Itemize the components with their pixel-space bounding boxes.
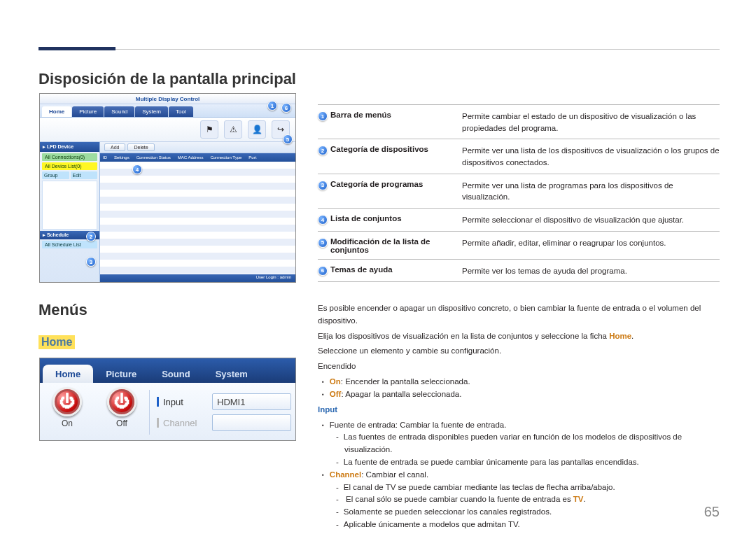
mdc-tab-home[interactable]: Home bbox=[42, 106, 71, 117]
power-off-col: ⏻ Off bbox=[94, 383, 149, 441]
page-number: 65 bbox=[704, 504, 720, 520]
num-3: 3 bbox=[318, 181, 328, 190]
term-3: Categoría de programas bbox=[330, 180, 462, 188]
desc-5: Permite añadir, editar, eliminar o reagr… bbox=[462, 237, 720, 249]
mdc-grid: 4 bbox=[100, 162, 295, 274]
delete-button[interactable]: Delete bbox=[127, 143, 154, 151]
callout-4: 4 bbox=[132, 164, 142, 174]
ch-d1: El canal de TV se puede cambiar mediante… bbox=[344, 482, 720, 494]
def-row-2: 2 Categoría de dispositivos Permite ver … bbox=[318, 139, 720, 174]
desc-3: Permite ver una lista de programas para … bbox=[462, 180, 720, 203]
mdc-window-title: Multiple Display Control bbox=[40, 94, 295, 104]
def-row-5: 5 Modificación de la lista de conjuntos … bbox=[318, 232, 720, 260]
input-list: Fuente de entrada: Cambiar la fuente de … bbox=[332, 419, 720, 432]
home-panel: Home Picture Sound System ⏻ On ⏻ Off Inp… bbox=[39, 358, 296, 441]
side-lfd-header[interactable]: ▸ LFD Device bbox=[40, 142, 99, 152]
add-button[interactable]: Add bbox=[104, 143, 125, 151]
label-channel: Channel bbox=[163, 418, 212, 428]
fault-device-alert-icon[interactable]: ⚠ bbox=[224, 120, 242, 139]
li-channel: Channel: Cambiar el canal. bbox=[332, 469, 720, 482]
home-tab-system[interactable]: System bbox=[203, 365, 260, 383]
side-all-connections[interactable]: All Connections(0) bbox=[42, 153, 97, 161]
side-group-edit: Group Edit bbox=[42, 171, 97, 179]
heading-menus: Menús bbox=[38, 301, 88, 319]
channel-select[interactable] bbox=[212, 414, 291, 431]
mdc-button-row: Add Delete bbox=[100, 142, 295, 153]
def-row-3: 3 Categoría de programas Permite ver una… bbox=[318, 174, 720, 209]
input-select[interactable]: HDMI1 bbox=[212, 393, 291, 410]
mdc-tab-tool[interactable]: Tool bbox=[169, 106, 193, 117]
mdc-toolbar: ⚑ ⚠ 👤 ↪ 5 bbox=[40, 118, 295, 142]
fault-device-icon[interactable]: ⚑ bbox=[200, 120, 218, 139]
home-tab-sound[interactable]: Sound bbox=[149, 365, 202, 383]
side-all-schedule[interactable]: All Schedule List bbox=[42, 241, 97, 248]
desc-6: Permite ver los temas de ayuda del progr… bbox=[462, 265, 720, 277]
channel-list: Channel: Cambiar el canal. bbox=[332, 469, 720, 482]
def-row-6: 6 Temas de ayuda Permite ver los temas d… bbox=[318, 260, 720, 283]
mdc-window: Multiple Display Control Home Picture So… bbox=[39, 93, 296, 283]
input-header: Input bbox=[318, 404, 720, 416]
mdc-tab-sound[interactable]: Sound bbox=[104, 106, 134, 117]
row-channel: Channel bbox=[157, 412, 291, 433]
fuente-d2: La fuente de entrada se puede cambiar ún… bbox=[344, 456, 720, 469]
num-6: 6 bbox=[318, 266, 328, 276]
def-row-1: 1 Barra de menús Permite cambiar el esta… bbox=[318, 104, 720, 139]
side-all-device-list[interactable]: All Device List(0) bbox=[42, 162, 97, 170]
callout-1: 1 bbox=[267, 101, 277, 111]
on-off-list: On: Encender la pantalla seleccionada. O… bbox=[332, 376, 720, 401]
mdc-sidebar: ▸ LFD Device All Connections(0) All Devi… bbox=[40, 142, 100, 282]
power-off-label: Off bbox=[116, 419, 127, 428]
heading-main-layout: Disposición de la pantalla principal bbox=[38, 70, 296, 88]
term-2: Categoría de dispositivos bbox=[330, 145, 462, 153]
power-on-col: ⏻ On bbox=[40, 383, 94, 441]
power-on-button[interactable]: ⏻ bbox=[52, 387, 82, 416]
side-edit[interactable]: Edit bbox=[71, 171, 98, 179]
term-4: Lista de conjuntos bbox=[330, 214, 462, 223]
num-4: 4 bbox=[318, 215, 328, 225]
callout-6: 6 bbox=[281, 103, 291, 113]
side-group[interactable]: Group bbox=[42, 171, 69, 179]
num-2: 2 bbox=[318, 146, 328, 155]
callout-5: 5 bbox=[283, 134, 293, 144]
term-1: Barra de menús bbox=[330, 111, 462, 119]
channel-notes: El canal de TV se puede cambiar mediante… bbox=[344, 482, 720, 531]
ch-d3: Solamente se pueden seleccionar los cana… bbox=[344, 506, 720, 519]
mdc-main: Add Delete IDSettings Connection StatusM… bbox=[100, 142, 295, 282]
desc-1: Permite cambiar el estado de un disposit… bbox=[462, 111, 720, 134]
right-text-block: Es posible encender o apagar un disposit… bbox=[318, 302, 720, 531]
home-tab-home[interactable]: Home bbox=[43, 365, 93, 383]
user-settings-icon[interactable]: 👤 bbox=[248, 120, 266, 139]
ch-d4: Aplicable únicamente a modelos que admit… bbox=[344, 519, 720, 531]
side-blank-area bbox=[42, 181, 97, 230]
mdc-tab-picture[interactable]: Picture bbox=[72, 106, 104, 117]
desc-4: Permite seleccionar el dispositivo de vi… bbox=[462, 214, 720, 226]
p3: Seleccione un elemento y cambie su confi… bbox=[318, 345, 720, 358]
label-input: Input bbox=[163, 397, 212, 407]
li-fuente: Fuente de entrada: Cambiar la fuente de … bbox=[332, 419, 720, 432]
term-6: Temas de ayuda bbox=[330, 265, 462, 274]
definition-table: 1 Barra de menús Permite cambiar el esta… bbox=[318, 104, 720, 282]
fuente-notes: Las fuentes de entrada disponibles puede… bbox=[344, 431, 720, 468]
fields: Input HDMI1 Channel bbox=[150, 383, 295, 441]
mdc-tab-system[interactable]: System bbox=[135, 106, 168, 117]
li-on: On: Encender la pantalla seleccionada. bbox=[332, 376, 720, 388]
heading-home-highlight: Home bbox=[38, 335, 75, 349]
page-top-rule bbox=[38, 49, 720, 50]
num-1: 1 bbox=[318, 111, 328, 121]
mdc-grid-header: IDSettings Connection StatusMAC Address … bbox=[100, 153, 295, 162]
p2: Elija los dispositivos de visualización … bbox=[318, 330, 720, 343]
def-row-4: 4 Lista de conjuntos Permite seleccionar… bbox=[318, 209, 720, 232]
desc-2: Permite ver una lista de los dispositivo… bbox=[462, 145, 720, 168]
home-tabs: Home Picture Sound System bbox=[40, 358, 295, 383]
mdc-status-bar: User Login : admin bbox=[100, 274, 295, 282]
callout-2: 2 bbox=[86, 232, 96, 241]
power-off-button[interactable]: ⏻ bbox=[107, 387, 136, 416]
callout-3: 3 bbox=[86, 257, 96, 267]
li-off: Off: Apagar la pantalla seleccionada. bbox=[332, 388, 720, 401]
row-input: Input HDMI1 bbox=[157, 391, 291, 412]
p1: Es posible encender o apagar un disposit… bbox=[318, 302, 720, 328]
term-5: Modificación de la lista de conjuntos bbox=[330, 237, 462, 254]
home-tab-picture[interactable]: Picture bbox=[93, 365, 149, 383]
p4: Encendido bbox=[318, 360, 720, 373]
mdc-tabs: Home Picture Sound System Tool 1 6 bbox=[40, 104, 295, 118]
